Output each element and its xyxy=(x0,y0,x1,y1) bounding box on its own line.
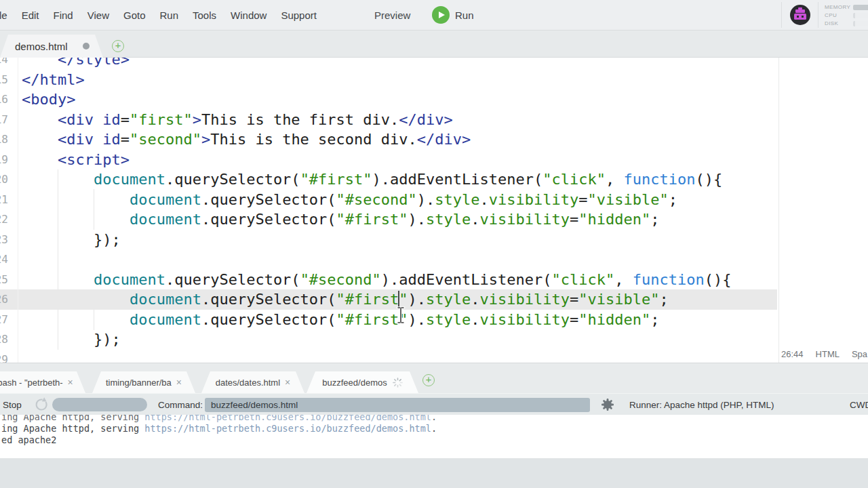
editor-statusbar: 26:44 HTML Spa xyxy=(781,347,868,361)
runner-gear-icon[interactable] xyxy=(601,394,614,415)
console-tab-bash-petrbeth-[interactable]: bash - "petrbeth-× xyxy=(0,371,85,393)
tab-demos-html[interactable]: demos.html xyxy=(0,35,103,58)
code-lines: 14 </style>15</html>16<body>17 <div id="… xyxy=(0,58,777,363)
line-number[interactable]: 24 xyxy=(0,249,18,270)
line-number[interactable]: 20 xyxy=(0,169,18,190)
disk-gauge-bar xyxy=(853,21,868,26)
line-number[interactable]: 14 xyxy=(0,58,18,70)
syntax-mode-selector[interactable]: HTML xyxy=(816,349,840,359)
console-new-tab-button[interactable]: + xyxy=(422,374,435,386)
terminal-output[interactable]: ing Apache httpd, serving https://html-p… xyxy=(0,415,868,458)
code-line-27[interactable]: 27 document.querySelector("#first").styl… xyxy=(0,310,777,330)
mouse-ibeam-cursor xyxy=(396,306,406,327)
menu-items: FileEditFindViewGotoRunToolsWindowSuppor… xyxy=(0,0,323,30)
line-number[interactable]: 19 xyxy=(0,150,18,170)
line-number[interactable]: 27 xyxy=(0,310,18,330)
run-button[interactable]: Run xyxy=(432,0,474,30)
menu-tools[interactable]: Tools xyxy=(186,9,224,21)
cursor-position[interactable]: 26:44 xyxy=(781,349,804,359)
console-tabbar: bash - "petrbeth-×timing/banner/ba×dates… xyxy=(0,363,868,393)
menu-goto[interactable]: Goto xyxy=(116,9,153,21)
console-tab-dates-dates-html[interactable]: dates/dates.html× xyxy=(201,371,304,393)
console-tab-label: timing/banner/ba xyxy=(106,378,172,388)
code-line-17[interactable]: 17 <div id="first">This is the first div… xyxy=(0,110,777,130)
code-line-29[interactable]: 29 xyxy=(0,350,777,364)
modified-indicator-dot xyxy=(83,43,90,49)
memory-gauge-bar xyxy=(853,5,868,10)
avatar[interactable] xyxy=(790,5,810,25)
cpu-label: CPU xyxy=(825,12,853,18)
tab-label: demos.html xyxy=(15,41,68,52)
spaces-setting[interactable]: Spa xyxy=(852,349,867,359)
line-number[interactable]: 23 xyxy=(0,230,18,250)
line-number[interactable]: 18 xyxy=(0,129,18,150)
line-number[interactable]: 25 xyxy=(0,270,18,290)
line-number[interactable]: 21 xyxy=(0,190,18,210)
command-label: Command: xyxy=(158,394,203,415)
code-line-21[interactable]: 21 document.querySelector("#second").sty… xyxy=(0,190,777,210)
terminal-line: ing Apache httpd, serving https://html-p… xyxy=(1,415,868,423)
loading-spinner-icon xyxy=(393,378,403,388)
code-line-28[interactable]: 28 }); xyxy=(0,329,777,350)
line-number[interactable]: 28 xyxy=(0,329,18,350)
console-tab-timing-banner-ba[interactable]: timing/banner/ba× xyxy=(92,371,195,393)
menu-support[interactable]: Support xyxy=(274,9,324,21)
print-margin-line xyxy=(778,58,779,363)
cpu-gauge-bar xyxy=(853,13,868,18)
menu-run[interactable]: Run xyxy=(153,9,186,21)
terminal-link[interactable]: https://html-petrbeth.c9users.io/buzzfee… xyxy=(144,415,431,422)
line-number[interactable]: 15 xyxy=(0,70,18,90)
code-line-23[interactable]: 23 }); xyxy=(0,230,777,250)
console-tab-label: buzzfeed/demos xyxy=(322,378,387,388)
code-line-26[interactable]: 26 document.querySelector("#first").styl… xyxy=(0,289,777,310)
code-editor[interactable]: 14 </style>15</html>16<body>17 <div id="… xyxy=(0,58,868,363)
menu-window[interactable]: Window xyxy=(224,9,274,21)
run-play-icon xyxy=(432,6,450,24)
code-line-15[interactable]: 15</html> xyxy=(0,70,777,90)
line-number[interactable]: 16 xyxy=(0,89,18,110)
command-input[interactable]: buzzfeed/demos.html xyxy=(205,398,590,412)
divider xyxy=(781,2,782,28)
resource-gauges: MEMORY CPU DISK xyxy=(825,3,868,28)
code-line-14[interactable]: 14 </style> xyxy=(0,58,777,70)
divider xyxy=(818,2,818,28)
menu-find[interactable]: Find xyxy=(46,9,80,21)
menu-file[interactable]: File xyxy=(0,9,14,21)
code-line-16[interactable]: 16<body> xyxy=(0,89,777,110)
terminal-link[interactable]: https://html-petrbeth.c9users.io/buzzfee… xyxy=(144,423,431,434)
code-line-22[interactable]: 22 document.querySelector("#first").styl… xyxy=(0,209,777,230)
preview-button[interactable]: Preview xyxy=(374,0,410,30)
run-button-label: Run xyxy=(455,9,474,21)
line-number[interactable]: 29 xyxy=(0,350,18,364)
code-line-25[interactable]: 25 document.querySelector("#second").add… xyxy=(0,270,777,290)
editor-tabbar: demos.html + xyxy=(0,30,868,58)
terminal-line: ed apache2 xyxy=(1,434,868,446)
menubar: FileEditFindViewGotoRunToolsWindowSuppor… xyxy=(0,0,868,30)
code-line-19[interactable]: 19 <script> xyxy=(0,150,777,170)
memory-label: MEMORY xyxy=(825,4,853,10)
console-tab-label: bash - "petrbeth- xyxy=(0,378,63,388)
restart-icon[interactable] xyxy=(33,394,50,415)
close-tab-icon[interactable]: × xyxy=(68,377,73,388)
code-line-20[interactable]: 20 document.querySelector("#first").addE… xyxy=(0,169,777,190)
progress-bar xyxy=(52,398,147,411)
new-tab-button[interactable]: + xyxy=(112,40,124,52)
line-number[interactable]: 26 xyxy=(0,289,18,310)
console-tab-buzzfeed-demos[interactable]: buzzfeed/demos xyxy=(307,371,418,393)
menu-edit[interactable]: Edit xyxy=(14,9,46,21)
runner-selector[interactable]: Runner: Apache httpd (PHP, HTML) xyxy=(629,394,774,415)
console-empty-area xyxy=(0,458,868,488)
cwd-selector[interactable]: CWD xyxy=(850,394,868,415)
line-number[interactable]: 22 xyxy=(0,209,18,230)
console-tab-label: dates/dates.html xyxy=(216,378,280,388)
terminal-lines: ing Apache httpd, serving https://html-p… xyxy=(0,415,868,446)
close-tab-icon[interactable]: × xyxy=(176,377,182,388)
disk-label: DISK xyxy=(825,20,853,26)
line-number[interactable]: 17 xyxy=(0,110,18,130)
stop-button[interactable]: Stop xyxy=(3,394,22,415)
code-line-24[interactable]: 24 xyxy=(0,249,777,270)
menu-view[interactable]: View xyxy=(80,9,116,21)
code-line-18[interactable]: 18 <div id="second">This is the second d… xyxy=(0,129,777,150)
runner-bar: Stop Command: buzzfeed/demos.html Runner… xyxy=(0,393,868,415)
close-tab-icon[interactable]: × xyxy=(285,377,290,388)
